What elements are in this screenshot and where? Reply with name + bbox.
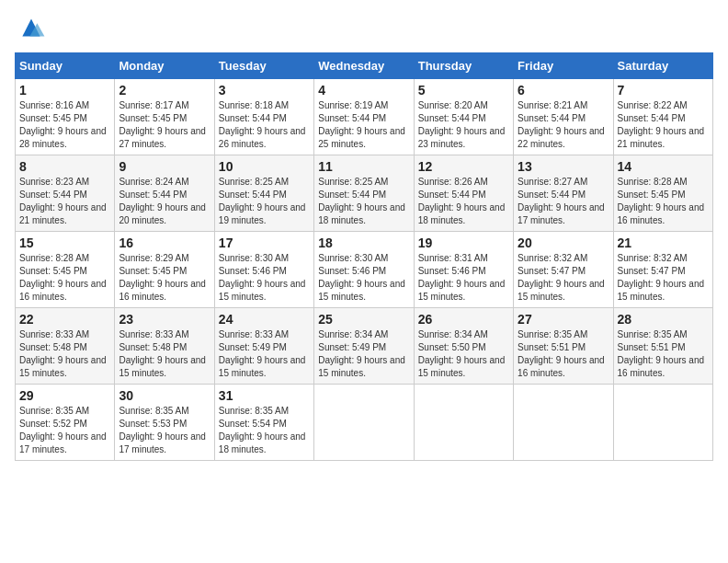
day-number: 30	[119, 388, 210, 403]
day-detail: Sunrise: 8:33 AMSunset: 5:48 PMDaylight:…	[19, 328, 110, 380]
day-detail: Sunrise: 8:25 AMSunset: 5:44 PMDaylight:…	[318, 176, 409, 227]
calendar-cell: 3Sunrise: 8:18 AMSunset: 5:44 PMDaylight…	[214, 79, 313, 155]
day-number: 2	[119, 83, 210, 98]
day-number: 20	[518, 236, 609, 250]
calendar-cell: 28Sunrise: 8:35 AMSunset: 5:51 PMDayligh…	[613, 308, 712, 385]
week-row-1: 1Sunrise: 8:16 AMSunset: 5:45 PMDaylight…	[16, 79, 713, 155]
header-cell-saturday: Saturday	[613, 53, 712, 79]
calendar-cell	[613, 385, 712, 461]
day-detail: Sunrise: 8:35 AMSunset: 5:52 PMDaylight:…	[19, 405, 110, 456]
day-number: 3	[219, 83, 310, 98]
day-detail: Sunrise: 8:26 AMSunset: 5:44 PMDaylight:…	[418, 176, 509, 227]
calendar-cell: 16Sunrise: 8:29 AMSunset: 5:45 PMDayligh…	[115, 232, 214, 308]
calendar-cell: 6Sunrise: 8:21 AMSunset: 5:44 PMDaylight…	[514, 79, 613, 155]
day-detail: Sunrise: 8:35 AMSunset: 5:51 PMDaylight:…	[518, 328, 609, 380]
day-detail: Sunrise: 8:17 AMSunset: 5:45 PMDaylight:…	[119, 99, 210, 151]
day-detail: Sunrise: 8:23 AMSunset: 5:44 PMDaylight:…	[19, 176, 110, 227]
day-number: 9	[119, 159, 210, 174]
header-row: SundayMondayTuesdayWednesdayThursdayFrid…	[16, 53, 713, 79]
calendar-cell: 11Sunrise: 8:25 AMSunset: 5:44 PMDayligh…	[314, 155, 414, 232]
calendar-cell: 2Sunrise: 8:17 AMSunset: 5:45 PMDaylight…	[115, 79, 214, 155]
day-number: 27	[518, 312, 609, 327]
week-row-4: 22Sunrise: 8:33 AMSunset: 5:48 PMDayligh…	[16, 308, 713, 385]
header-cell-monday: Monday	[115, 53, 214, 79]
calendar-cell: 14Sunrise: 8:28 AMSunset: 5:45 PMDayligh…	[613, 155, 712, 232]
day-detail: Sunrise: 8:21 AMSunset: 5:44 PMDaylight:…	[518, 99, 609, 151]
day-number: 16	[119, 236, 210, 250]
day-number: 5	[418, 83, 509, 98]
header-cell-sunday: Sunday	[16, 53, 115, 79]
day-detail: Sunrise: 8:35 AMSunset: 5:54 PMDaylight:…	[219, 405, 310, 456]
header-cell-thursday: Thursday	[414, 53, 513, 79]
day-number: 29	[19, 388, 110, 403]
day-number: 21	[618, 236, 709, 250]
day-detail: Sunrise: 8:19 AMSunset: 5:44 PMDaylight:…	[318, 99, 409, 151]
week-row-5: 29Sunrise: 8:35 AMSunset: 5:52 PMDayligh…	[16, 385, 713, 461]
day-number: 6	[518, 83, 609, 98]
day-detail: Sunrise: 8:34 AMSunset: 5:49 PMDaylight:…	[318, 328, 409, 380]
calendar-cell	[314, 385, 414, 461]
calendar-cell: 13Sunrise: 8:27 AMSunset: 5:44 PMDayligh…	[514, 155, 613, 232]
calendar-cell: 7Sunrise: 8:22 AMSunset: 5:44 PMDaylight…	[613, 79, 712, 155]
calendar-cell: 4Sunrise: 8:19 AMSunset: 5:44 PMDaylight…	[314, 79, 414, 155]
day-number: 26	[418, 312, 509, 327]
day-detail: Sunrise: 8:34 AMSunset: 5:50 PMDaylight:…	[418, 328, 509, 380]
day-number: 18	[318, 236, 409, 250]
header-cell-wednesday: Wednesday	[314, 53, 414, 79]
day-number: 13	[518, 159, 609, 174]
day-number: 1	[19, 83, 110, 98]
header-cell-tuesday: Tuesday	[214, 53, 313, 79]
calendar-body: 1Sunrise: 8:16 AMSunset: 5:45 PMDaylight…	[16, 79, 713, 461]
day-number: 10	[219, 159, 310, 174]
calendar-cell: 26Sunrise: 8:34 AMSunset: 5:50 PMDayligh…	[414, 308, 513, 385]
header-cell-friday: Friday	[514, 53, 613, 79]
day-detail: Sunrise: 8:29 AMSunset: 5:45 PMDaylight:…	[119, 252, 210, 304]
day-detail: Sunrise: 8:32 AMSunset: 5:47 PMDaylight:…	[618, 252, 709, 304]
day-number: 31	[219, 388, 310, 403]
calendar-cell: 9Sunrise: 8:24 AMSunset: 5:44 PMDaylight…	[115, 155, 214, 232]
calendar-cell: 1Sunrise: 8:16 AMSunset: 5:45 PMDaylight…	[16, 79, 115, 155]
day-number: 23	[119, 312, 210, 327]
logo-icon	[17, 15, 46, 40]
day-detail: Sunrise: 8:28 AMSunset: 5:45 PMDaylight:…	[19, 252, 110, 304]
calendar-cell: 15Sunrise: 8:28 AMSunset: 5:45 PMDayligh…	[16, 232, 115, 308]
day-number: 17	[219, 236, 310, 250]
calendar-cell	[514, 385, 613, 461]
day-detail: Sunrise: 8:27 AMSunset: 5:44 PMDaylight:…	[518, 176, 609, 227]
day-detail: Sunrise: 8:16 AMSunset: 5:45 PMDaylight:…	[19, 99, 110, 151]
calendar-cell: 12Sunrise: 8:26 AMSunset: 5:44 PMDayligh…	[414, 155, 513, 232]
calendar-cell: 20Sunrise: 8:32 AMSunset: 5:47 PMDayligh…	[514, 232, 613, 308]
calendar-cell: 21Sunrise: 8:32 AMSunset: 5:47 PMDayligh…	[613, 232, 712, 308]
day-number: 14	[618, 159, 709, 174]
calendar-cell: 30Sunrise: 8:35 AMSunset: 5:53 PMDayligh…	[115, 385, 214, 461]
day-detail: Sunrise: 8:31 AMSunset: 5:46 PMDaylight:…	[418, 252, 509, 304]
week-row-2: 8Sunrise: 8:23 AMSunset: 5:44 PMDaylight…	[16, 155, 713, 232]
day-detail: Sunrise: 8:30 AMSunset: 5:46 PMDaylight:…	[318, 252, 409, 304]
week-row-3: 15Sunrise: 8:28 AMSunset: 5:45 PMDayligh…	[16, 232, 713, 308]
calendar-cell: 19Sunrise: 8:31 AMSunset: 5:46 PMDayligh…	[414, 232, 513, 308]
day-number: 25	[318, 312, 409, 327]
day-number: 7	[618, 83, 709, 98]
page-header	[15, 15, 713, 45]
day-detail: Sunrise: 8:22 AMSunset: 5:44 PMDaylight:…	[618, 99, 709, 151]
day-detail: Sunrise: 8:32 AMSunset: 5:47 PMDaylight:…	[518, 252, 609, 304]
day-detail: Sunrise: 8:30 AMSunset: 5:46 PMDaylight:…	[219, 252, 310, 304]
calendar-cell: 22Sunrise: 8:33 AMSunset: 5:48 PMDayligh…	[16, 308, 115, 385]
calendar-cell: 5Sunrise: 8:20 AMSunset: 5:44 PMDaylight…	[414, 79, 513, 155]
calendar-cell: 25Sunrise: 8:34 AMSunset: 5:49 PMDayligh…	[314, 308, 414, 385]
day-detail: Sunrise: 8:35 AMSunset: 5:53 PMDaylight:…	[119, 405, 210, 456]
day-detail: Sunrise: 8:20 AMSunset: 5:44 PMDaylight:…	[418, 99, 509, 151]
day-number: 11	[318, 159, 409, 174]
day-number: 12	[418, 159, 509, 174]
day-detail: Sunrise: 8:33 AMSunset: 5:49 PMDaylight:…	[219, 328, 310, 380]
day-number: 4	[318, 83, 409, 98]
calendar-cell: 29Sunrise: 8:35 AMSunset: 5:52 PMDayligh…	[16, 385, 115, 461]
calendar-table: SundayMondayTuesdayWednesdayThursdayFrid…	[15, 52, 713, 461]
day-number: 28	[618, 312, 709, 327]
day-number: 19	[418, 236, 509, 250]
calendar-cell: 27Sunrise: 8:35 AMSunset: 5:51 PMDayligh…	[514, 308, 613, 385]
day-number: 24	[219, 312, 310, 327]
calendar-cell: 17Sunrise: 8:30 AMSunset: 5:46 PMDayligh…	[214, 232, 313, 308]
calendar-cell: 8Sunrise: 8:23 AMSunset: 5:44 PMDaylight…	[16, 155, 115, 232]
calendar-cell: 31Sunrise: 8:35 AMSunset: 5:54 PMDayligh…	[214, 385, 313, 461]
